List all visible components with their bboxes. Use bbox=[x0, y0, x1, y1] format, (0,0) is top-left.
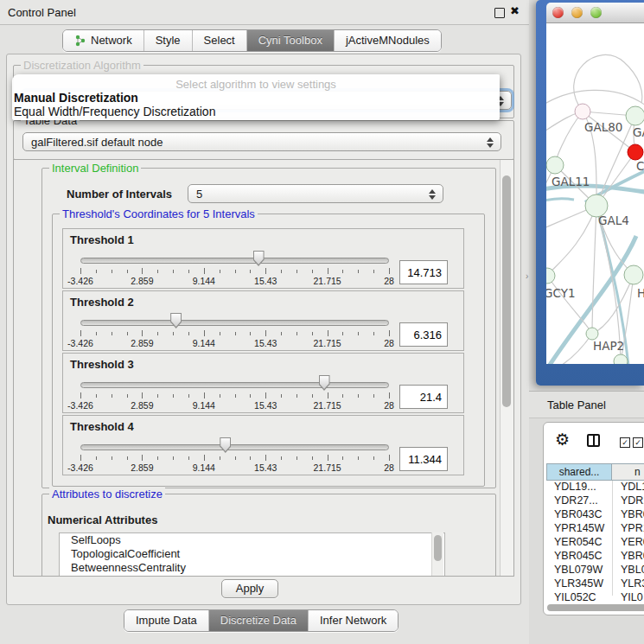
column-header-shared-name[interactable]: shared... bbox=[546, 463, 612, 481]
network-node[interactable] bbox=[575, 104, 590, 119]
table-row[interactable]: YER054CYER0 bbox=[546, 536, 644, 550]
checkbox-icon[interactable]: ✓ bbox=[633, 437, 643, 448]
tick-mark bbox=[265, 455, 266, 461]
close-traffic-light[interactable] bbox=[552, 7, 564, 18]
network-node-label: H bbox=[637, 286, 644, 300]
tab-style[interactable]: Style bbox=[144, 30, 193, 51]
tab-label: Select bbox=[204, 30, 235, 51]
table-row[interactable]: YDR27...YDR2 bbox=[546, 494, 644, 508]
tick-mark bbox=[296, 394, 297, 398]
gear-icon[interactable]: ⚙ bbox=[555, 431, 570, 448]
split-columns-icon[interactable] bbox=[587, 434, 600, 447]
checkbox-icon[interactable]: ✓ bbox=[620, 437, 630, 448]
network-node[interactable] bbox=[546, 156, 564, 174]
network-node[interactable] bbox=[624, 265, 643, 284]
table-data-combobox[interactable]: galFiltered.sif default node bbox=[22, 132, 501, 151]
tick-mark bbox=[358, 332, 359, 335]
panel-divider-handle[interactable]: › bbox=[526, 271, 528, 281]
tick-mark bbox=[220, 270, 220, 273]
attribute-list-item[interactable]: BetweennessCentrality bbox=[60, 561, 444, 575]
thresholds-group: Threshold's Coordinates for 5 Intervals … bbox=[52, 214, 485, 487]
tick-mark bbox=[173, 456, 174, 460]
scrollbar-thumb[interactable] bbox=[547, 604, 644, 611]
settings-vertical-scrollbar[interactable] bbox=[500, 160, 513, 576]
zoom-traffic-light[interactable] bbox=[590, 7, 602, 18]
threshold-value-input[interactable] bbox=[399, 260, 448, 284]
attribute-list-item[interactable]: TopologicalCoefficient bbox=[60, 547, 444, 561]
tick-mark bbox=[173, 332, 174, 335]
threshold-value-input[interactable] bbox=[399, 447, 448, 471]
control-panel-tabs: Network Style Select Cyni Toolbox jActiv… bbox=[62, 29, 442, 52]
attribute-list-item[interactable]: SelfLoops bbox=[60, 533, 444, 547]
numerical-attributes-list[interactable]: SelfLoopsTopologicalCoefficientBetweenne… bbox=[59, 532, 445, 576]
scrollbar-thumb[interactable] bbox=[502, 175, 511, 407]
tick-mark bbox=[204, 392, 205, 399]
tab-infer-network[interactable]: Infer Network bbox=[309, 610, 398, 631]
slider-track[interactable] bbox=[80, 320, 389, 326]
tab-select[interactable]: Select bbox=[193, 30, 247, 51]
table-row[interactable]: YDL19...YDL1 bbox=[546, 481, 644, 494]
tab-network[interactable]: Network bbox=[63, 30, 144, 51]
popup-option-equal-width-frequency[interactable]: Equal Width/Frequency Discretization bbox=[12, 105, 500, 118]
table-horizontal-scrollbar[interactable] bbox=[546, 604, 644, 612]
group-title: Attributes to discretize bbox=[49, 488, 165, 501]
network-node[interactable] bbox=[586, 328, 598, 340]
float-panel-icon[interactable] bbox=[494, 8, 505, 18]
number-of-intervals-combobox[interactable]: 5 bbox=[188, 184, 443, 203]
tick-mark bbox=[220, 394, 220, 398]
network-node[interactable] bbox=[614, 354, 628, 364]
table-row[interactable]: YPR145WYPR1 bbox=[546, 522, 644, 536]
slider-thumb[interactable] bbox=[319, 375, 330, 391]
slider-thumb[interactable] bbox=[253, 251, 265, 266]
slider-track[interactable] bbox=[80, 444, 389, 450]
column-header-name[interactable]: n bbox=[612, 463, 644, 481]
table-row[interactable]: YBR043CYBR0 bbox=[546, 508, 644, 522]
table-row[interactable]: YIL052CYIL0 bbox=[546, 591, 644, 604]
network-window-titlebar[interactable] bbox=[546, 3, 644, 23]
tab-jactivemnodules[interactable]: jActiveMNodules bbox=[335, 30, 441, 51]
tick-mark bbox=[204, 330, 205, 336]
table-row[interactable]: YBL079WYBL0 bbox=[546, 564, 644, 577]
slider-track[interactable] bbox=[80, 382, 389, 388]
panel-title: Control Panel bbox=[8, 6, 76, 19]
tick-mark bbox=[112, 456, 112, 460]
network-canvas[interactable]: GAL80GACGAL11GAL4HGCY1HAP2 bbox=[546, 23, 644, 364]
tab-label: Infer Network bbox=[320, 610, 386, 631]
cyni-toolbox-panel: Discretization Algorithm Table Data galF… bbox=[6, 54, 521, 605]
table-row[interactable]: YBR045CYBR0 bbox=[546, 550, 644, 564]
tick-mark bbox=[312, 332, 313, 335]
tick-mark bbox=[188, 394, 189, 398]
combo-arrows-icon bbox=[487, 137, 494, 148]
popup-option-manual-discretization[interactable]: Manual Discretization bbox=[12, 91, 500, 105]
tick-mark bbox=[342, 332, 343, 335]
tick-mark bbox=[142, 330, 143, 336]
slider-thumb[interactable] bbox=[220, 437, 231, 453]
tick-mark bbox=[281, 270, 282, 273]
group-title: Interval Definition bbox=[49, 162, 141, 175]
tab-cyni-toolbox[interactable]: Cyni Toolbox bbox=[247, 30, 335, 51]
slider-thumb[interactable] bbox=[170, 313, 182, 328]
network-node[interactable] bbox=[628, 144, 643, 160]
tab-discretize-data[interactable]: Discretize Data bbox=[209, 610, 309, 631]
slider-track[interactable] bbox=[80, 258, 389, 264]
attributes-list-scrollbar[interactable] bbox=[431, 532, 443, 576]
tick-mark bbox=[312, 270, 313, 273]
network-node-label: C bbox=[636, 159, 644, 173]
tick-mark bbox=[157, 394, 158, 398]
apply-button[interactable]: Apply bbox=[221, 579, 278, 598]
tab-impute-data[interactable]: Impute Data bbox=[124, 610, 209, 631]
threshold-value-input[interactable] bbox=[399, 385, 448, 409]
minimize-traffic-light[interactable] bbox=[571, 7, 583, 18]
tick-mark bbox=[235, 394, 236, 398]
tick-mark bbox=[112, 332, 112, 335]
close-icon[interactable]: ✖ bbox=[510, 4, 520, 17]
table-row[interactable]: YLR345WYLR3 bbox=[546, 577, 644, 591]
tick-mark bbox=[312, 456, 313, 460]
interval-definition-group: Interval Definition Number of Intervals … bbox=[41, 168, 496, 488]
tick-mark bbox=[296, 270, 297, 273]
network-node[interactable] bbox=[626, 106, 644, 125]
threshold-value-input[interactable] bbox=[399, 322, 448, 347]
tick-mark bbox=[328, 330, 328, 336]
cell-name: YIL0 bbox=[621, 591, 643, 603]
network-node[interactable] bbox=[546, 268, 555, 284]
